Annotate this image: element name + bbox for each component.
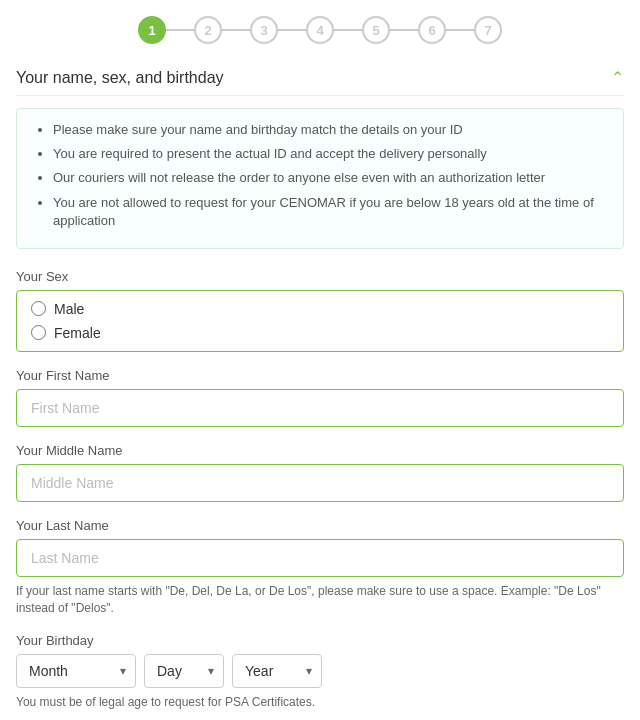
first-name-label: Your First Name [16, 368, 624, 383]
step-line-1 [166, 29, 194, 31]
step-2: 2 [194, 16, 222, 44]
info-item-2: You are required to present the actual I… [53, 145, 607, 163]
birthday-hint: You must be of legal age to request for … [16, 694, 624, 711]
step-line-4 [334, 29, 362, 31]
last-name-input[interactable] [16, 539, 624, 577]
month-wrapper: Month January February March April May J… [16, 654, 136, 688]
sex-group: Your Sex Male Female [16, 269, 624, 352]
year-select[interactable]: Year 2006200520042003 2000199519901985 1… [232, 654, 322, 688]
sex-male-label[interactable]: Male [54, 301, 84, 317]
last-name-label: Your Last Name [16, 518, 624, 533]
first-name-group: Your First Name [16, 368, 624, 427]
middle-name-label: Your Middle Name [16, 443, 624, 458]
collapse-icon[interactable]: ⌃ [611, 68, 624, 87]
info-box: Please make sure your name and birthday … [16, 108, 624, 249]
step-indicator: 1 2 3 4 5 6 7 [16, 16, 624, 44]
last-name-group: Your Last Name If your last name starts … [16, 518, 624, 617]
middle-name-input[interactable] [16, 464, 624, 502]
step-6: 6 [418, 16, 446, 44]
sex-female-radio[interactable] [31, 325, 46, 340]
sex-female-label[interactable]: Female [54, 325, 101, 341]
info-item-3: Our couriers will not release the order … [53, 169, 607, 187]
last-name-hint: If your last name starts with "De, Del, … [16, 583, 624, 617]
info-item-4: You are not allowed to request for your … [53, 194, 607, 230]
step-line-5 [390, 29, 418, 31]
month-select[interactable]: Month January February March April May J… [16, 654, 136, 688]
day-select[interactable]: Day 12345 678910 1112131415 1617181920 2… [144, 654, 224, 688]
section-header: Your name, sex, and birthday ⌃ [16, 60, 624, 96]
step-7: 7 [474, 16, 502, 44]
first-name-input[interactable] [16, 389, 624, 427]
birthday-label: Your Birthday [16, 633, 624, 648]
page-container: 1 2 3 4 5 6 7 Your name, sex, and birthd… [0, 0, 640, 720]
step-1: 1 [138, 16, 166, 44]
sex-male-radio[interactable] [31, 301, 46, 316]
sex-label: Your Sex [16, 269, 624, 284]
middle-name-group: Your Middle Name [16, 443, 624, 502]
step-line-2 [222, 29, 250, 31]
step-5: 5 [362, 16, 390, 44]
sex-radio-group: Male Female [16, 290, 624, 352]
year-wrapper: Year 2006200520042003 2000199519901985 1… [232, 654, 322, 688]
info-list: Please make sure your name and birthday … [33, 121, 607, 230]
birthday-group: Your Birthday Month January February Mar… [16, 633, 624, 711]
section-title: Your name, sex, and birthday [16, 69, 224, 87]
birthday-row: Month January February March April May J… [16, 654, 624, 688]
sex-female-option[interactable]: Female [31, 325, 609, 341]
info-item-1: Please make sure your name and birthday … [53, 121, 607, 139]
step-line-6 [446, 29, 474, 31]
day-wrapper: Day 12345 678910 1112131415 1617181920 2… [144, 654, 224, 688]
step-3: 3 [250, 16, 278, 44]
step-line-3 [278, 29, 306, 31]
step-4: 4 [306, 16, 334, 44]
sex-male-option[interactable]: Male [31, 301, 609, 317]
